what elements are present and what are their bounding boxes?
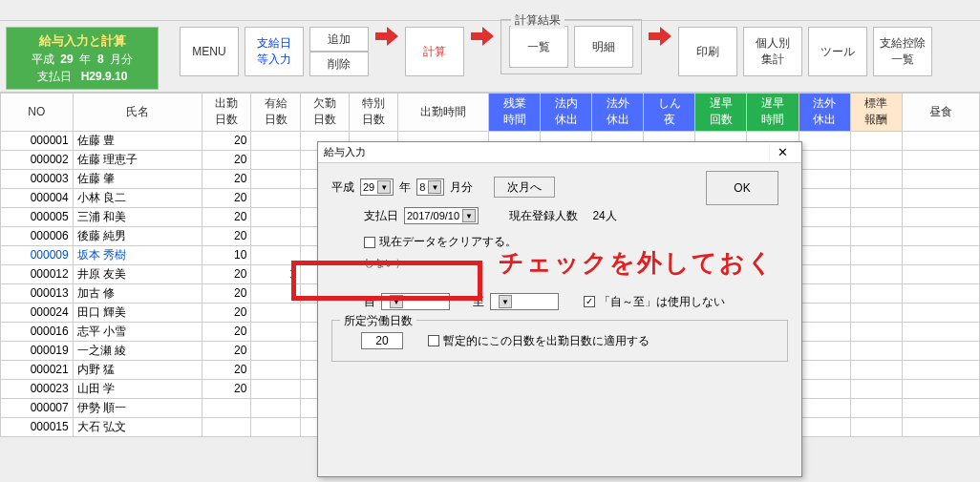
col-hyojun[interactable]: 標準 報酬 [850,93,902,131]
title-box: 給与入力と計算 平成 29 年 8 月分 支払日 H29.9.10 [6,27,159,90]
col-chisoo-jikan[interactable]: 遅早 時間 [747,93,799,131]
meisai-button[interactable]: 明細 [574,26,633,68]
shikyu-kojo-button[interactable]: 支給控除 一覧 [873,27,932,76]
close-icon[interactable]: ✕ [769,144,796,161]
kyuyo-nyuryoku-dialog: 給与入力 ✕ OK 平成 29▼ 年 8▼ 月分 次月へ 支払日 2017/09… [317,141,802,477]
insatsu-button[interactable]: 印刷 [678,27,737,76]
kojin-button[interactable]: 個人別 集計 [743,27,802,76]
add-button[interactable]: 追加 [309,27,369,52]
col-chushoku[interactable]: 昼食 [902,93,979,131]
to-dropdown[interactable]: ▼ [490,293,559,310]
keisan-kekka-group: 計算結果 一覧 明細 [501,19,642,74]
year-dropdown[interactable]: 29▼ [360,178,394,196]
keisan-button[interactable]: 計算 [405,27,464,76]
next-month-button[interactable]: 次月へ [494,177,555,198]
clear-data-checkbox[interactable]: 現在データをクリアする。 [364,234,517,250]
col-shukkin[interactable]: 出勤 日数 [202,93,250,131]
pay-date-dropdown[interactable]: 2017/09/10▼ [404,207,479,224]
annotation-rect [291,261,482,301]
arrow-icon [470,27,495,46]
shikyubi-button[interactable]: 支給日 等入力 [245,27,304,76]
zantei-checkbox[interactable]: 暫定的にこの日数を出勤日数に適用する [428,333,650,349]
col-no[interactable]: NO [1,93,74,131]
arrow-icon [648,27,672,46]
month-dropdown[interactable]: 8▼ [416,178,444,196]
toroku-count: 24人 [592,208,616,224]
shiharai-label: 支払日 [364,208,398,224]
col-name[interactable]: 氏名 [73,93,202,131]
col-yukyu[interactable]: 有給 日数 [251,93,300,131]
jishi-disable-checkbox[interactable]: ✓ 「自～至」は使用しない [584,294,725,310]
col-kekkin[interactable]: 欠勤 日数 [300,93,349,131]
toroku-label: 現在登録人数 [509,208,578,224]
menu-button[interactable]: MENU [180,27,239,76]
ichiran-button[interactable]: 一覧 [509,26,568,68]
col-honai[interactable]: 法内 休出 [541,93,592,131]
annotation-text: チェックを外しておく [499,246,775,280]
col-shin[interactable]: しん 夜 [644,93,695,131]
shotei-days-input[interactable] [361,332,403,349]
col-hogai[interactable]: 法外 休出 [592,93,644,131]
tool-button[interactable]: ツール [808,27,867,76]
arrow-icon [374,27,399,46]
ok-button[interactable]: OK [706,171,778,205]
col-zangyo[interactable]: 残業 時間 [489,93,541,131]
era-label: 平成 [331,179,354,196]
shotei-group: 所定労働日数 暫定的にこの日数を出勤日数に適用する [331,320,788,362]
col-tokubetsu[interactable]: 特別 日数 [350,93,398,131]
dialog-title: 給与入力 [324,145,366,159]
col-jikan[interactable]: 出勤時間 [398,93,489,131]
delete-button[interactable]: 削除 [309,52,369,76]
col-hogai2[interactable]: 法外 休出 [799,93,850,131]
col-chisoo-kai[interactable]: 遅早 回数 [695,93,747,131]
